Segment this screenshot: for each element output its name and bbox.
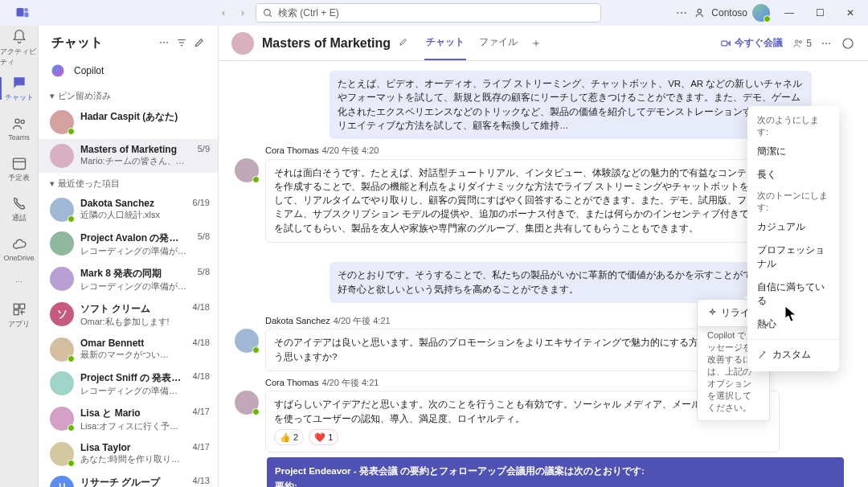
svg-rect-0: [17, 8, 24, 17]
sent-message[interactable]: そのとおりです。そうすることで、私たちの製品がいかに革新的で価値があるかを示すこ…: [330, 262, 812, 303]
rail-teams[interactable]: Teams: [0, 109, 39, 148]
titlebar-more[interactable]: ⋯: [676, 6, 687, 19]
tab-add[interactable]: ＋: [530, 36, 542, 51]
chat-item[interactable]: Project Sniff の 発表準備状況のレビューレコーディングの準備ができ…: [39, 366, 218, 402]
tab-file[interactable]: ファイル: [477, 26, 519, 60]
svg-point-6: [15, 119, 19, 123]
menu-enthusiastic[interactable]: 熱心: [747, 313, 839, 336]
menu-confident[interactable]: 自信に満ちている: [747, 276, 839, 313]
chat-icon: [11, 75, 27, 91]
window-minimize[interactable]: ―: [778, 2, 800, 24]
filter-icon[interactable]: [173, 34, 190, 51]
menu-longer[interactable]: 長く: [747, 163, 839, 186]
message-cora-1[interactable]: Cora Thomas4/20 午後 4:20 それは面白そうです。たとえば、対…: [235, 144, 812, 243]
people-icon: [695, 7, 706, 18]
chat-list-pane: チャット ⋯ Copilot ▾ ピン留め済み Hadar Caspit (あな…: [39, 26, 219, 487]
edit-title-icon[interactable]: [399, 37, 408, 49]
rail-calendar[interactable]: 予定表: [0, 149, 39, 188]
svg-rect-19: [722, 41, 727, 46]
video-icon: [720, 38, 731, 49]
chat-item[interactable]: Dakota Sanchez近隣の人口統計.xlsx6/19: [39, 193, 218, 227]
window-close[interactable]: ✕: [839, 2, 862, 24]
adjust-menu: 次のようにします: 簡潔に 長く 次のトーンにします: カジュアル プロフェッシ…: [747, 106, 839, 371]
cloud-icon: [11, 236, 27, 252]
menu-group-label: 次のトーンにします:: [747, 186, 839, 215]
chat-item[interactable]: ソソフト クリームOmar:私も参加します!4/18: [39, 297, 218, 333]
sent-message[interactable]: たとえば、ビデオ、オーディオ、ライブ ストリーミング、チャットボット、VR、AR…: [330, 71, 812, 139]
search-icon: [263, 8, 273, 18]
recent-section[interactable]: ▾ 最近使った項目: [39, 173, 218, 193]
copilot-header-icon[interactable]: [841, 36, 855, 51]
rail-chat[interactable]: チャット: [0, 69, 39, 108]
menu-custom[interactable]: カスタム: [747, 343, 839, 366]
reaction-like[interactable]: 👍 2: [274, 429, 304, 446]
menu-casual[interactable]: カジュアル: [747, 215, 839, 239]
chat-item-masters[interactable]: Masters of Marketing Mario:チームの皆さん、こんにちは…: [39, 139, 218, 173]
chat-list-title: チャット: [51, 35, 155, 51]
nav-back[interactable]: ‹: [215, 5, 231, 21]
svg-rect-2: [24, 12, 28, 17]
reaction-heart[interactable]: ❤️ 1: [309, 429, 338, 446]
conversation-title: Masters of Marketing: [262, 36, 391, 51]
user-avatar[interactable]: [752, 4, 770, 22]
pinned-section[interactable]: ▾ ピン留め済み: [39, 85, 218, 105]
search-placeholder: 検索 (Ctrl + E): [278, 6, 339, 20]
bell-icon: [11, 29, 27, 45]
window-maximize[interactable]: ☐: [809, 2, 831, 24]
menu-concise[interactable]: 簡潔に: [747, 140, 839, 163]
svg-point-7: [21, 120, 24, 123]
nav-forward[interactable]: ›: [235, 5, 251, 21]
rail-more[interactable]: ⋯: [0, 270, 39, 294]
wand-icon: [757, 350, 768, 360]
chat-item-hadar[interactable]: Hadar Caspit (あなた): [39, 105, 218, 139]
rail-calls[interactable]: 通話: [0, 190, 39, 228]
chat-item[interactable]: リリサーチ グループKai:ふられてしまい元に戻してはおきますが、これが今夜か……: [39, 471, 218, 487]
svg-point-22: [843, 39, 853, 48]
sparkle-icon: [707, 308, 718, 318]
compose-icon[interactable]: [190, 34, 208, 51]
menu-professional[interactable]: プロフェッショナル: [747, 239, 839, 276]
rail-apps[interactable]: アプリ: [0, 296, 39, 334]
svg-point-3: [264, 9, 271, 15]
search-input[interactable]: 検索 (Ctrl + E): [256, 3, 601, 23]
chat-item[interactable]: Project Avalon の発表準備状況レコーディングの準備ができました5/…: [39, 227, 218, 262]
phone-icon: [11, 195, 27, 211]
participants-button[interactable]: 5: [792, 38, 812, 49]
rail-onedrive[interactable]: OneDrive: [0, 230, 39, 268]
svg-point-18: [52, 65, 64, 77]
copilot-icon: [50, 63, 66, 79]
svg-rect-11: [19, 304, 24, 309]
svg-point-20: [796, 39, 799, 43]
chat-list-more[interactable]: ⋯: [155, 34, 173, 51]
svg-point-5: [698, 9, 702, 13]
title-bar: ‹ › 検索 (Ctrl + E) ⋯ Contoso ― ☐ ✕: [0, 0, 868, 26]
copilot-entry[interactable]: Copilot: [39, 56, 218, 85]
compose-text-selected[interactable]: Project Endeavor - 発表会議 の要約とフォローアップ会議用の議…: [267, 457, 844, 487]
conversation-pane: Masters of Marketing チャット ファイル ＋ 今すぐ会議 5…: [219, 26, 868, 487]
calendar-icon: [11, 155, 27, 171]
svg-point-1: [24, 8, 28, 12]
compose-area[interactable]: Project Endeavor - 発表会議 の要約とフォローアップ会議用の議…: [267, 457, 844, 487]
app-logo: [6, 6, 39, 20]
menu-group-label: 次のようにします:: [747, 111, 839, 140]
svg-line-4: [269, 14, 272, 17]
chat-item[interactable]: Lisa と MarioLisa:オフィスに行く予定はありますか…4/17: [39, 402, 218, 437]
tab-chat[interactable]: チャット: [424, 26, 466, 60]
org-switcher[interactable]: Contoso: [695, 4, 770, 22]
people-icon: [792, 38, 804, 49]
sent-timestamp: 4/20 午後 4:20: [235, 248, 812, 261]
svg-rect-10: [14, 304, 18, 309]
svg-rect-8: [13, 158, 25, 169]
chat-item[interactable]: Mark 8 発表の同期レコーディングの準備ができました5/8: [39, 262, 218, 297]
rail-activity[interactable]: アクティビティ: [0, 29, 39, 68]
conversation-avatar: [231, 32, 254, 55]
app-rail: アクティビティ チャット Teams 予定表 通話 OneDrive ⋯ アプリ: [0, 26, 39, 487]
chat-item[interactable]: Lisa Taylorあなた:時間を作り取り組んでいます。伝えておくよ…4/17: [39, 437, 218, 471]
header-more[interactable]: ⋯: [821, 38, 831, 49]
svg-rect-12: [14, 309, 18, 314]
svg-point-21: [800, 40, 802, 43]
meet-now-button[interactable]: 今すぐ会議: [720, 36, 783, 50]
apps-icon: [11, 301, 27, 317]
chat-item[interactable]: Omar Bennett最新のマークがつい…4/18: [39, 333, 218, 366]
conversation-header: Masters of Marketing チャット ファイル ＋ 今すぐ会議 5…: [219, 26, 868, 61]
